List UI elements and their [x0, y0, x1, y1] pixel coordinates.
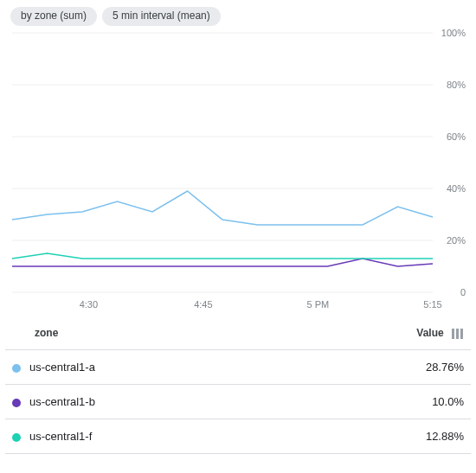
col-header-value[interactable]: Value [291, 316, 471, 350]
svg-text:20%: 20% [447, 235, 466, 246]
zone-name: us-central1-b [29, 395, 95, 408]
svg-text:80%: 80% [447, 80, 466, 90]
svg-text:4:45: 4:45 [194, 299, 212, 310]
filter-chips: by zone (sum) 5 min interval (mean) [10, 7, 471, 26]
series-color-dot [12, 433, 21, 442]
svg-text:60%: 60% [447, 131, 466, 142]
chip-aggregation[interactable]: by zone (sum) [10, 7, 97, 26]
chip-interval[interactable]: 5 min interval (mean) [102, 7, 221, 26]
table-row[interactable]: us-central1-b10.0% [5, 385, 471, 419]
zone-name: us-central1-f [29, 430, 92, 443]
svg-text:5 PM: 5 PM [307, 299, 330, 310]
zone-value: 28.76% [291, 350, 471, 385]
table-row[interactable]: us-central1-a28.76% [5, 350, 471, 385]
zone-value: 10.0% [291, 385, 471, 419]
col-header-zone[interactable]: zone [5, 316, 291, 350]
svg-text:5:15: 5:15 [423, 299, 441, 310]
svg-text:40%: 40% [447, 183, 466, 194]
table-row[interactable]: us-central1-f12.88% [5, 419, 471, 454]
zone-value: 12.88% [291, 419, 471, 454]
zone-name: us-central1-a [29, 361, 95, 374]
svg-text:100%: 100% [441, 28, 466, 38]
line-chart: 100%80%60%40%20%04:304:455 PM5:15 [5, 28, 471, 313]
series-color-dot [12, 364, 21, 373]
svg-text:0: 0 [460, 287, 466, 297]
svg-text:4:30: 4:30 [80, 299, 98, 310]
column-settings-icon[interactable] [452, 329, 464, 339]
series-color-dot [12, 399, 21, 407]
legend-table: zone Value us-central1-a28.76%us-central… [5, 316, 471, 454]
